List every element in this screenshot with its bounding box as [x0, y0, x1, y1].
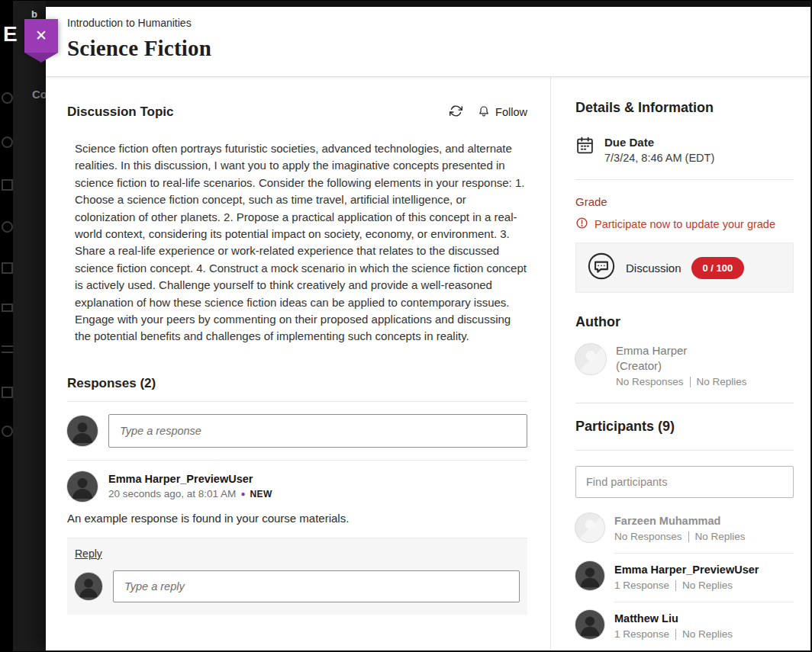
participant-responses: 1 Response	[614, 580, 669, 591]
participant-row[interactable]: Emma Harper_PreviewUser 1 Response No Re…	[575, 553, 794, 602]
responses-heading: Responses (2)	[67, 376, 527, 391]
participate-label: Participate now to update your grade	[594, 218, 775, 230]
participant-name: Farzeen Muhammad	[614, 515, 794, 527]
divider	[575, 450, 794, 451]
response-author: Emma Harper_PreviewUser	[108, 473, 272, 485]
refresh-icon	[450, 104, 462, 120]
institution-logo-partial: E	[3, 22, 18, 47]
discussion-prompt-text: Science fiction often portrays futuristi…	[75, 140, 527, 345]
divider	[575, 179, 794, 180]
calendar-icon	[575, 136, 594, 158]
response-body: An example response is found in your cou…	[67, 512, 527, 525]
follow-label: Follow	[495, 106, 527, 118]
stat-divider	[675, 580, 676, 591]
response-timestamp: 20 seconds ago, at 8:01 AM	[108, 488, 236, 499]
response-composer	[67, 402, 527, 460]
author-responses: No Responses	[616, 376, 684, 387]
panel-header: Introduction to Humanities Science Ficti…	[46, 7, 810, 77]
participant-name: Matthew Liu	[614, 612, 794, 625]
grade-item-label: Discussion	[626, 262, 682, 275]
page-title: Science Fiction	[67, 36, 789, 61]
participant-replies: No Replies	[682, 628, 733, 640]
participant-avatar	[575, 513, 604, 542]
mail-icon	[2, 304, 13, 312]
close-icon: ✕	[35, 27, 47, 43]
participant-name: Emma Harper_PreviewUser	[614, 564, 794, 576]
divider	[575, 403, 794, 403]
participant-row[interactable]: Farzeen Muhammad No Responses No Replies	[575, 513, 794, 553]
content-heading-partial: Co	[32, 88, 47, 101]
participate-link[interactable]: Participate now to update your grade	[575, 217, 794, 232]
participants-heading: Participants (9)	[575, 419, 794, 435]
calendar-icon-ghost	[2, 262, 13, 274]
close-panel-button[interactable]: ✕	[24, 19, 58, 53]
author-avatar	[575, 344, 606, 374]
participant-replies: No Replies	[695, 531, 746, 542]
response-input[interactable]	[108, 414, 527, 448]
new-badge: NEW	[250, 489, 272, 499]
due-date-value: 7/3/24, 8:46 AM (EDT)	[604, 152, 714, 164]
score-pill: 0 / 100	[691, 257, 745, 279]
warning-icon	[575, 217, 588, 232]
screen: E b Co Introduction to Humanities Scienc…	[0, 0, 812, 652]
new-indicator-dot: ●	[240, 490, 245, 498]
grade-label: Grade	[575, 195, 794, 208]
details-sidebar: Details & Information Due Date 7/3/24, 8…	[550, 77, 810, 650]
follow-button[interactable]: Follow	[478, 105, 527, 120]
grid-icon	[2, 179, 13, 191]
due-date-row: Due Date 7/3/24, 8:46 AM (EDT)	[575, 136, 794, 164]
stat-divider	[675, 629, 676, 640]
participant-row[interactable]: Matthew Liu 1 Response No Replies	[575, 602, 794, 650]
participant-responses: 1 Response	[614, 628, 669, 640]
reply-zone: Reply	[67, 538, 527, 615]
list-icon	[2, 345, 13, 353]
history-icon	[2, 426, 13, 437]
participant-replies: No Replies	[682, 580, 733, 591]
bell-icon	[478, 105, 490, 120]
discussion-topic-heading: Discussion Topic	[67, 104, 174, 120]
participant-avatar	[575, 610, 604, 639]
details-heading: Details & Information	[575, 100, 794, 116]
author-name: Emma Harper	[616, 344, 747, 357]
discussion-icon	[587, 252, 616, 284]
clock-icon	[2, 137, 13, 148]
stat-divider	[688, 532, 689, 542]
people-icon	[2, 221, 13, 233]
discussion-peek-panel: Introduction to Humanities Science Ficti…	[46, 7, 810, 650]
author-row: Emma Harper (Creator) No Responses No Re…	[575, 344, 794, 387]
author-role: (Creator)	[616, 359, 747, 372]
backdrop-partial-text: b	[31, 8, 37, 20]
document-icon	[2, 387, 13, 398]
reply-link[interactable]: Reply	[75, 548, 102, 560]
response-item: Emma Harper_PreviewUser 20 seconds ago, …	[67, 461, 527, 525]
reply-input[interactable]	[113, 570, 520, 602]
author-heading: Author	[575, 314, 794, 330]
course-name: Introduction to Humanities	[67, 17, 789, 29]
participant-avatar	[575, 561, 604, 590]
due-date-label: Due Date	[604, 136, 714, 149]
reply-composer	[75, 570, 520, 602]
author-replies: No Replies	[697, 376, 747, 387]
refresh-button[interactable]	[450, 104, 462, 120]
current-user-avatar	[75, 573, 102, 600]
discussion-main: Discussion Topic Follow	[46, 77, 550, 650]
find-participants-input[interactable]	[575, 466, 794, 498]
responder-avatar	[67, 471, 98, 502]
search-icon	[2, 92, 13, 104]
grade-summary-card: Discussion 0 / 100	[575, 242, 794, 293]
participant-responses: No Responses	[614, 531, 682, 542]
current-user-avatar	[67, 416, 98, 446]
stat-divider	[690, 377, 691, 387]
participants-list: Farzeen Muhammad No Responses No Replies…	[575, 513, 794, 650]
